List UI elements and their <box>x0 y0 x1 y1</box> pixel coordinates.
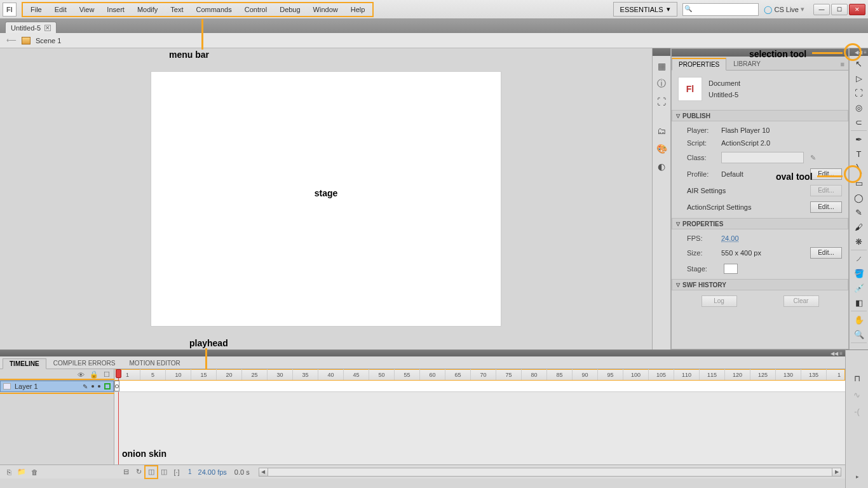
class-input[interactable] <box>721 152 804 163</box>
tab-motion-editor[interactable]: MOTION EDITOR <box>122 358 187 369</box>
ruler-tick: 60 <box>419 369 445 380</box>
new-layer-button[interactable]: ⎘ <box>4 467 14 477</box>
stage-color-swatch[interactable] <box>724 264 738 274</box>
menu-window[interactable]: Window <box>307 3 344 16</box>
outline-icon[interactable]: ☐ <box>104 370 110 379</box>
menu-help[interactable]: Help <box>344 3 372 16</box>
close-icon[interactable]: ✕ <box>44 25 51 31</box>
onion-skin-outlines-button[interactable]: ◫ <box>159 467 169 477</box>
menu-commands[interactable]: Commands <box>189 3 238 16</box>
timeline-scrollbar[interactable]: ◀ ▶ <box>259 468 841 477</box>
eyedropper-tool[interactable]: 💉 <box>851 281 867 295</box>
keyframe[interactable] <box>114 381 119 391</box>
back-arrow-icon[interactable]: ⟵ <box>6 36 17 44</box>
tab-properties[interactable]: PROPERTIES <box>672 58 726 71</box>
brush-tool[interactable]: 🖌 <box>851 220 867 234</box>
section-publish[interactable]: PUBLISH <box>672 110 848 121</box>
fps-value[interactable]: 24.00 <box>721 234 739 242</box>
workspace-switcher[interactable]: ESSENTIALS ▾ <box>613 2 678 17</box>
library-panel-icon[interactable]: 🗂 <box>654 123 669 139</box>
hand-tool[interactable]: ✋ <box>851 313 867 327</box>
close-button[interactable]: ✕ <box>849 4 865 15</box>
swatches-panel-icon[interactable]: 🎨 <box>654 141 669 156</box>
air-edit-button: Edit... <box>810 185 842 196</box>
panel-menu-icon[interactable]: ≡ <box>837 58 848 70</box>
smooth-icon[interactable]: ∿ <box>850 387 865 402</box>
center-frame-button[interactable]: ⊟ <box>121 467 131 477</box>
ruler-tick: 1 <box>826 369 845 380</box>
menu-insert[interactable]: Insert <box>100 3 131 16</box>
new-folder-button[interactable]: 📁 <box>17 467 27 477</box>
align-panel-icon[interactable]: ▦ <box>654 58 669 74</box>
rectangle-tool[interactable]: ▭ <box>851 176 867 190</box>
timeline-ruler[interactable]: 1510152025303540455055606570758085909510… <box>114 369 845 381</box>
maximize-button[interactable]: ☐ <box>831 4 848 15</box>
cs-live-button[interactable]: ◯ CS Live ▾ <box>764 5 804 14</box>
pen-tool[interactable]: ✒ <box>851 132 867 146</box>
straighten-icon[interactable]: -( <box>850 403 865 419</box>
ruler-tick: 30 <box>267 369 292 380</box>
3d-rotation-tool[interactable]: ◎ <box>851 100 867 114</box>
profile-value: Default <box>721 170 743 178</box>
scroll-left-button[interactable]: ◀ <box>259 468 268 476</box>
selection-tool[interactable]: ↖ <box>851 57 867 71</box>
text-tool[interactable]: T <box>851 147 867 161</box>
menu-modify[interactable]: Modify <box>131 3 164 16</box>
menu-text[interactable]: Text <box>164 3 189 16</box>
snap-icon[interactable]: ⊓ <box>850 370 865 386</box>
outline-toggle[interactable] <box>104 383 111 390</box>
stage-area[interactable]: stage <box>0 48 652 349</box>
section-swf-history[interactable]: SWF HISTORY <box>672 279 848 290</box>
bone-tool[interactable]: ⟋ <box>851 252 867 266</box>
deco-tool[interactable]: ❋ <box>851 234 867 248</box>
line-tool[interactable]: ╲ <box>851 161 867 175</box>
pencil-tool[interactable]: ✎ <box>851 205 867 219</box>
menu-edit[interactable]: Edit <box>48 3 73 16</box>
eye-icon[interactable]: 👁 <box>78 371 85 379</box>
edit-multiple-frames-button[interactable]: [·] <box>172 467 182 477</box>
color-panel-icon[interactable]: ◐ <box>654 159 669 174</box>
lock-icon[interactable]: 🔒 <box>90 370 98 379</box>
frames-row[interactable] <box>114 381 845 392</box>
tab-timeline[interactable]: TIMELINE <box>3 358 46 369</box>
collapsed-panel-strip: ▦ ⓘ ⛶ 🗂 🎨 ◐ <box>652 48 671 349</box>
menu-debug[interactable]: Debug <box>273 3 306 16</box>
pencil-icon[interactable]: ✎ <box>810 154 816 162</box>
info-panel-icon[interactable]: ⓘ <box>654 76 669 92</box>
tab-library[interactable]: LIBRARY <box>726 58 768 70</box>
transform-panel-icon[interactable]: ⛶ <box>654 94 669 109</box>
clear-button[interactable]: Clear <box>783 295 819 307</box>
tab-compiler-errors[interactable]: COMPILER ERRORS <box>46 358 123 369</box>
profile-edit-button[interactable]: Edit... <box>810 168 842 180</box>
script-label: Script: <box>687 139 717 147</box>
zoom-tool[interactable]: 🔍 <box>851 327 867 341</box>
minimize-button[interactable]: — <box>813 4 830 15</box>
delete-layer-button[interactable]: 🗑 <box>29 467 39 477</box>
free-transform-tool[interactable]: ⛶ <box>851 86 867 100</box>
search-input[interactable] <box>682 3 759 16</box>
layer-row[interactable]: Layer 1 ✎ <box>0 381 114 392</box>
lasso-tool[interactable]: ⊂ <box>851 115 867 129</box>
as-edit-button[interactable]: Edit... <box>810 201 842 213</box>
menu-view[interactable]: View <box>73 3 101 16</box>
oval-tool[interactable]: ◯ <box>851 191 867 205</box>
subselection-tool[interactable]: ▷ <box>851 71 867 85</box>
size-edit-button[interactable]: Edit... <box>810 247 842 259</box>
visibility-dot[interactable] <box>92 385 94 388</box>
lock-dot[interactable] <box>98 385 100 388</box>
ruler-tick: 135 <box>801 369 826 380</box>
menu-control[interactable]: Control <box>238 3 273 16</box>
scroll-right-button[interactable]: ▶ <box>832 468 841 476</box>
section-properties[interactable]: PROPERTIES <box>672 218 848 229</box>
paint-bucket-tool[interactable]: 🪣 <box>851 266 867 280</box>
loop-button[interactable]: ↻ <box>133 467 144 477</box>
current-frame[interactable]: 1 <box>188 468 192 475</box>
onion-skin-button[interactable]: ◫ <box>146 467 156 477</box>
expand-icon[interactable]: ▸ <box>850 469 865 484</box>
menu-file[interactable]: File <box>24 3 48 16</box>
document-tab[interactable]: Untitled-5 ✕ <box>5 22 57 33</box>
current-fps[interactable]: 24.00 fps <box>198 468 227 476</box>
eraser-tool[interactable]: ◧ <box>851 295 867 309</box>
log-button[interactable]: Log <box>702 295 737 307</box>
stage[interactable] <box>151 72 501 326</box>
